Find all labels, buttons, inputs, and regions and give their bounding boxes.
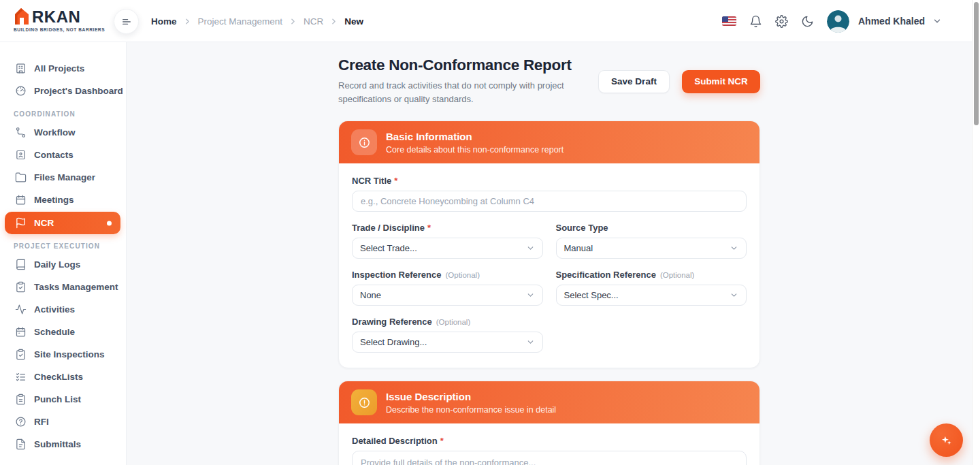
clipboard-check-icon	[15, 281, 27, 293]
sidebar-item-label: Workflow	[34, 127, 76, 138]
breadcrumb-ncr[interactable]: NCR	[304, 16, 323, 27]
sidebar-item-projects-dashboard[interactable]: Project's Dashboard	[0, 80, 126, 102]
detailed-description-textarea[interactable]	[352, 451, 747, 465]
save-draft-button[interactable]: Save Draft	[598, 70, 670, 93]
contacts-icon	[15, 149, 27, 161]
ncr-title-input[interactable]	[352, 191, 747, 212]
specification-reference-select-value: Select Spec...	[564, 290, 619, 300]
sidebar-item-activities[interactable]: Activities	[0, 298, 126, 321]
ncr-title-label: NCR Title	[352, 176, 391, 186]
trade-label: Trade / Discipline	[352, 223, 425, 233]
sidebar-item-all-projects[interactable]: All Projects	[0, 57, 126, 80]
sidebar-item-label: All Projects	[34, 63, 84, 74]
inspection-reference-select[interactable]: None	[352, 285, 543, 306]
sidebar-item-label: Contacts	[34, 150, 74, 160]
sidebar-item-label: Project's Dashboard	[34, 86, 123, 96]
optional-tag: (Optional)	[446, 271, 480, 279]
page-subtitle: Record and track activities that do not …	[338, 79, 598, 106]
chevron-down-icon	[526, 244, 535, 253]
sidebar-item-files-manager[interactable]: Files Manager	[0, 166, 126, 189]
sidebar-item-tasks-management[interactable]: Tasks Management	[0, 276, 126, 298]
inspection-reference-select-value: None	[360, 290, 381, 300]
sidebar-collapse-button[interactable]	[114, 9, 139, 34]
sidebar-item-submittals[interactable]: Submittals	[0, 433, 126, 455]
sidebar-item-meetings[interactable]: Meetings	[0, 189, 126, 211]
drawing-reference-field-group: Drawing Reference (Optional) Select Draw…	[352, 317, 543, 353]
top-header: RKAN BUILDING BRIDGES, NOT BARRIERS Home…	[0, 0, 972, 42]
basic-information-card: Basic Information Core details about thi…	[338, 121, 760, 368]
breadcrumb-home[interactable]: Home	[151, 16, 177, 27]
required-asterisk: *	[394, 176, 397, 186]
sidebar-item-label: Activities	[34, 304, 75, 315]
sidebar-item-schedule[interactable]: Schedule	[0, 321, 126, 343]
info-circle-icon	[351, 129, 377, 155]
folder-icon	[15, 172, 27, 183]
language-flag-icon[interactable]	[722, 16, 736, 26]
dark-mode-moon-icon[interactable]	[801, 15, 814, 28]
sidebar-item-label: Site Inspections	[34, 349, 105, 359]
menu-icon	[120, 16, 133, 28]
ncr-flag-icon	[15, 217, 27, 229]
sidebar-item-rfi[interactable]: RFI	[0, 411, 126, 433]
sidebar-item-daily-logs[interactable]: Daily Logs	[0, 253, 126, 276]
source-type-field-group: Source Type Manual	[556, 223, 747, 259]
sidebar-item-contacts[interactable]: Contacts	[0, 144, 126, 166]
topbar-controls: Ahmed Khaled	[722, 0, 942, 42]
inspection-reference-field-group: Inspection Reference (Optional) None	[352, 270, 543, 306]
trade-select[interactable]: Select Trade...	[352, 238, 543, 259]
active-indicator-dot	[107, 221, 112, 225]
sidebar-section-coordination: COORDINATION	[0, 110, 126, 118]
sidebar-item-workflow[interactable]: Workflow	[0, 121, 126, 144]
sidebar-item-checklists[interactable]: CheckLists	[0, 366, 126, 388]
drawing-reference-select[interactable]: Select Drawing...	[352, 332, 543, 353]
chevron-down-icon	[730, 244, 738, 253]
brand-logo[interactable]: RKAN BUILDING BRIDGES, NOT BARRIERS	[14, 7, 105, 32]
section-subtitle: Describe the non-conformance issue in de…	[386, 405, 556, 415]
specification-reference-select[interactable]: Select Spec...	[556, 285, 747, 306]
required-asterisk: *	[427, 223, 431, 233]
app-viewport: RKAN BUILDING BRIDGES, NOT BARRIERS Home…	[0, 0, 980, 465]
trade-select-value: Select Trade...	[360, 243, 417, 253]
issue-description-card: Issue Description Describe the non-confo…	[338, 381, 760, 465]
submit-ncr-button[interactable]: Submit NCR	[682, 70, 760, 93]
alert-circle-icon	[351, 389, 377, 415]
breadcrumb-project-management[interactable]: Project Management	[198, 16, 283, 27]
sidebar-item-punch-list[interactable]: Punch List	[0, 388, 126, 411]
inspection-clipboard-icon	[15, 349, 27, 360]
page-scrollbar	[972, 0, 980, 465]
required-asterisk: *	[440, 436, 444, 446]
optional-tag: (Optional)	[436, 318, 471, 326]
sidebar-item-label: RFI	[34, 417, 49, 427]
brand-tagline: BUILDING BRIDGES, NOT BARRIERS	[14, 27, 105, 32]
section-title: Issue Description	[386, 391, 556, 404]
ai-assistant-fab[interactable]	[930, 423, 963, 457]
settings-gear-icon[interactable]	[775, 15, 788, 28]
checklist-icon	[15, 371, 27, 383]
sidebar-item-label: Files Manager	[34, 172, 95, 182]
chevron-down-icon[interactable]	[932, 16, 942, 26]
ncr-title-field-group: NCR Title *	[352, 176, 747, 212]
source-type-select[interactable]: Manual	[556, 238, 747, 259]
optional-tag: (Optional)	[660, 271, 695, 279]
sidebar-item-ncr[interactable]: NCR	[5, 212, 120, 234]
issue-description-header: Issue Description Describe the non-confo…	[339, 381, 760, 423]
detailed-description-field-group: Detailed Description *	[352, 436, 747, 465]
notifications-bell-icon[interactable]	[749, 15, 762, 28]
section-subtitle: Core details about this non-conformance …	[386, 145, 564, 155]
specification-reference-label: Specification Reference	[556, 270, 656, 280]
section-title: Basic Information	[386, 131, 564, 144]
user-avatar[interactable]	[827, 10, 849, 33]
user-name[interactable]: Ahmed Khaled	[858, 16, 925, 27]
scrollbar-thumb[interactable]	[974, 2, 979, 125]
dashboard-gauge-icon	[15, 85, 27, 97]
notebook-icon	[15, 259, 27, 270]
page-title: Create Non-Conformance Report	[338, 57, 598, 74]
sidebar-item-label: Tasks Management	[34, 282, 118, 292]
sidebar-item-site-inspections[interactable]: Site Inspections	[0, 343, 126, 366]
sidebar-item-label: CheckLists	[34, 372, 83, 382]
sidebar: All Projects Project's Dashboard COORDIN…	[0, 42, 127, 465]
breadcrumb: Home Project Management NCR New	[151, 0, 363, 42]
source-type-select-value: Manual	[564, 243, 593, 253]
sidebar-item-label: Schedule	[34, 327, 75, 337]
main-content: Create Non-Conformance Report Record and…	[127, 42, 972, 465]
